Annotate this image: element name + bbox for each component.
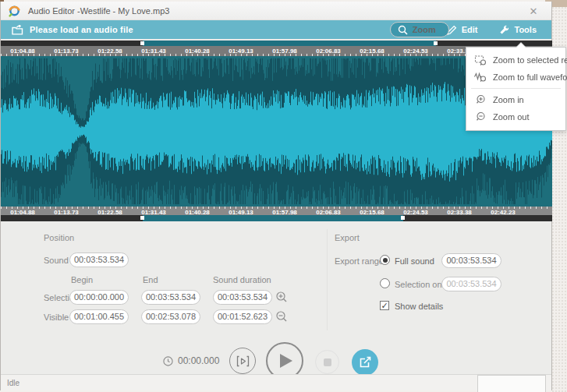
ruler-label: 01:31.43 [141,48,166,55]
menu-item-zoom-full-waveform[interactable]: Zoom to full waveform [466,69,565,86]
stop-button[interactable] [315,350,339,374]
menu-item-label: Zoom to selected region [493,55,567,65]
begin-column-header: Begin [71,275,93,284]
export-share-icon [359,356,372,369]
visible-range-bar[interactable] [143,215,403,221]
overview-scrollbar-top[interactable] [1,41,552,46]
selection-end-field[interactable]: 00:03:53.534 [141,290,200,305]
menu-item-zoom-selected-region[interactable]: Zoom to selected region [466,51,565,69]
window-title: Audio Editor -Westlife - My Love.mp3 [28,6,169,16]
menu-item-label: Zoom out [493,112,529,122]
zoom-magnifier-icon [398,25,408,35]
range-handle-right[interactable] [401,216,405,220]
status-bar: Idle [1,374,551,390]
show-details-label: Show details [395,302,443,311]
playback-time: 00:00.000 [178,355,219,366]
ruler-label: 01:04.88 [10,48,35,55]
ruler-label: 01:22.58 [97,48,122,55]
clock-icon [163,356,173,366]
menu-separator [471,88,561,89]
section-divider [327,229,328,330]
ruler-label: 01:13.73 [54,48,79,55]
end-column-header: End [143,275,158,284]
range-handle-left[interactable] [140,216,144,220]
visible-end-field[interactable]: 00:02:53.078 [141,309,200,324]
visible-duration-field[interactable]: 00:01:52.623 [213,309,272,324]
play-selection-button[interactable] [229,348,256,374]
ruler-label: 02:24.53 [403,48,428,55]
ruler-label: 01:40.28 [185,48,210,55]
ruler-label: 01:57.98 [272,48,297,55]
selection-begin-field[interactable]: 00:00:00.000 [69,290,129,305]
tools-menu-button[interactable]: Tools [492,25,544,35]
title-bar[interactable]: Audio Editor -Westlife - My Love.mp3 ✕ [1,2,551,20]
stop-icon [324,358,331,366]
zoom-waveform-icon [474,71,487,83]
menu-item-zoom-in[interactable]: Zoom in [466,91,565,108]
background-window-fragment [477,375,546,392]
selection-only-value-field[interactable]: 00:03:53.534 [441,277,501,291]
ruler-label: 02:06.83 [316,48,341,55]
visible-begin-field[interactable]: 00:01:00.455 [69,309,129,324]
range-handle-right[interactable] [434,41,438,45]
export-button[interactable] [352,349,378,376]
load-audio-label: Please load an audio file [30,25,133,34]
tools-menu-label: Tools [514,25,537,34]
export-range-label: Export range [335,256,384,266]
full-sound-value-field[interactable]: 00:03:53.534 [441,253,501,268]
zoom-menu-label: Zoom [413,23,436,37]
app-logo-icon [8,4,21,17]
zoom-in-icon [474,94,487,106]
selection-only-label: Selection only [395,280,448,289]
main-toolbar: Please load an audio file File Edit [1,20,551,39]
selection-duration-field[interactable]: 00:03:53.534 [213,290,272,305]
menu-item-label: Zoom in [493,95,524,104]
ruler-label: 01:49.13 [229,48,253,55]
full-sound-radio[interactable] [380,255,390,265]
edit-menu-label: Edit [462,25,478,34]
full-sound-label: Full sound [395,256,434,266]
export-section-title: Export [335,233,360,242]
close-button[interactable]: ✕ [525,4,542,18]
zoom-out-icon [474,111,487,123]
overview-scrollbar-bottom[interactable] [1,215,552,221]
zoom-in-selection-icon[interactable] [275,291,288,303]
open-file-icon [12,25,23,35]
duration-column-header: Sound duration [213,275,271,284]
sound-duration-field[interactable]: 00:03:53.534 [69,253,129,267]
selection-only-radio[interactable] [380,278,390,288]
zoom-region-icon [474,54,487,66]
menu-item-zoom-out[interactable]: Zoom out [466,108,565,125]
position-section-title: Position [44,233,74,242]
load-audio-button[interactable]: Please load an audio file [12,25,133,35]
zoom-dropdown-menu: Zoom to selected region Zoom to full wav… [466,47,566,131]
visible-range-bar[interactable] [143,41,436,46]
show-details-checkbox[interactable]: ✓ [380,301,389,310]
zoom-menu-button[interactable]: Zoom [390,22,449,37]
ruler-label: 02:15.68 [360,48,384,55]
status-text: Idle [7,379,19,387]
play-selection-icon [236,355,250,367]
menu-item-label: Zoom to full waveform [493,72,567,82]
zoom-out-selection-icon[interactable] [275,310,288,323]
play-icon [279,353,293,369]
tools-wrench-icon [499,25,509,35]
range-handle-left[interactable] [140,41,144,45]
